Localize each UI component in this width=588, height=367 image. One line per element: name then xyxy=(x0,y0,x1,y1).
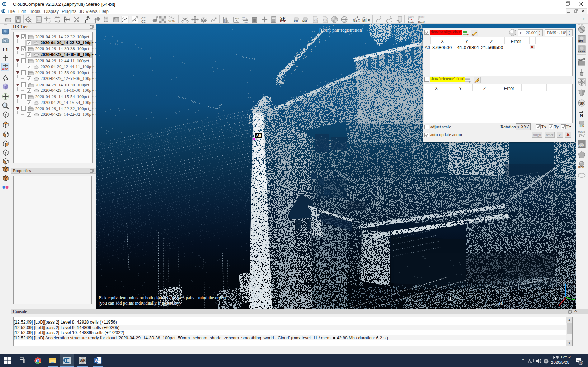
svg-text:CANUPO: CANUPO xyxy=(408,16,414,18)
svg-text:CSV: CSV xyxy=(324,19,328,21)
svg-text:HPR: HPR xyxy=(579,124,584,128)
svg-text:A0: A0 xyxy=(256,133,261,138)
svg-text:EDL: EDL xyxy=(578,40,584,43)
svg-text:μ,σ: μ,σ xyxy=(236,17,239,19)
svg-text:W: W xyxy=(95,358,98,363)
svg-text:SOR: SOR xyxy=(168,19,175,23)
svg-text:WB: WB xyxy=(80,359,86,363)
svg-text:BACK: BACK xyxy=(3,175,8,177)
svg-text:CC: CC xyxy=(141,20,146,23)
svg-text:CANUPO: CANUPO xyxy=(418,16,425,18)
svg-text:Pick equivalent points on both: Pick equivalent points on both clouds (a… xyxy=(99,295,226,300)
svg-text:PCV: PCV xyxy=(578,144,584,148)
svg-text:N: N xyxy=(580,113,583,118)
svg-text:auto: auto xyxy=(2,67,8,71)
svg-text:Create: Create xyxy=(408,21,414,23)
svg-text:1: 1 xyxy=(580,361,582,365)
svg-text:10: 10 xyxy=(499,301,503,306)
svg-text:FRONT: FRONT xyxy=(2,166,9,168)
svg-text:min: min xyxy=(242,16,246,19)
svg-text:SF: SF xyxy=(280,16,285,21)
svg-text:(you can add points individual: (you can add points individually if nece… xyxy=(99,301,180,306)
svg-text:M3C2: M3C2 xyxy=(578,130,585,133)
svg-text:MLS: MLS xyxy=(362,19,370,23)
svg-text:FM: FM xyxy=(302,19,307,23)
svg-text:1:1: 1:1 xyxy=(2,48,8,52)
svg-text:SF: SF xyxy=(580,102,584,105)
svg-text:Kd: Kd xyxy=(294,19,298,23)
svg-text:SSAO: SSAO xyxy=(578,50,585,53)
svg-text:CC: CC xyxy=(141,16,146,20)
svg-text:Classify: Classify xyxy=(418,21,425,23)
svg-text:N+C: N+C xyxy=(353,19,360,23)
svg-text:[Point-pair registration]: [Point-pair registration] xyxy=(319,27,363,33)
svg-text:RSD: RSD xyxy=(578,166,584,169)
svg-text:PSP: PSP xyxy=(314,19,318,21)
